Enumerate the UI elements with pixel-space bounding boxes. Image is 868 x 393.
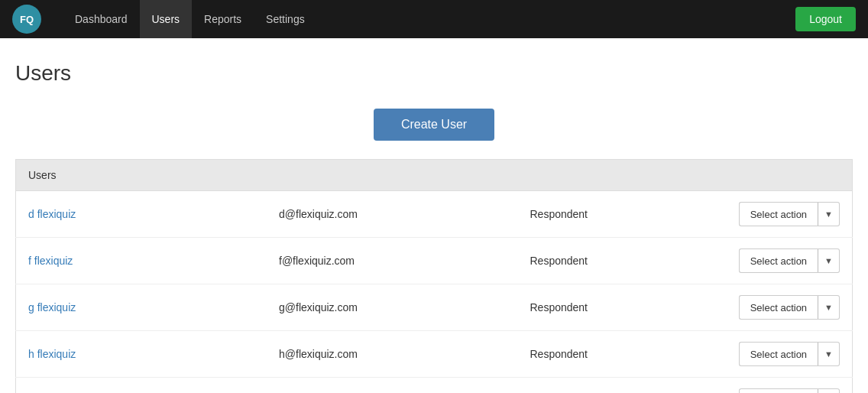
- logo-icon: FQ: [12, 5, 41, 34]
- select-action-button[interactable]: Select action: [739, 248, 818, 273]
- col-header-role: [518, 160, 685, 191]
- table-row: d flexiquizd@flexiquiz.comRespondentSele…: [16, 191, 853, 238]
- select-action-dropdown-icon[interactable]: ▼: [818, 248, 840, 273]
- user-action-cell: Select action▼: [685, 331, 853, 378]
- table-row: f flexiquizf@flexiquiz.comRespondentSele…: [16, 238, 853, 284]
- select-action-dropdown-icon[interactable]: ▼: [818, 295, 840, 320]
- user-role: Respondent: [518, 238, 685, 284]
- select-action-button[interactable]: Select action: [739, 295, 818, 320]
- user-role: Respondent: [518, 191, 685, 238]
- user-action-cell: Select action▼: [685, 284, 853, 331]
- nav-reports[interactable]: Reports: [192, 0, 254, 38]
- user-action-cell: Select action▼: [685, 191, 853, 238]
- user-name-link[interactable]: d flexiquiz: [28, 208, 76, 220]
- table-header-row: Users: [16, 160, 853, 191]
- user-action-cell: Select action▼: [685, 238, 853, 284]
- user-email: d@flexiquiz.com: [267, 191, 518, 238]
- user-name-link[interactable]: g flexiquiz: [28, 301, 76, 313]
- main-nav: FQ Dashboard Users Reports Settings Logo…: [0, 0, 868, 38]
- table-row: i flexiquizi@flexiquiz.comRespondentSele…: [16, 378, 853, 394]
- nav-users[interactable]: Users: [140, 0, 193, 38]
- nav-settings[interactable]: Settings: [254, 0, 317, 38]
- col-header-name: Users: [16, 160, 267, 191]
- logout-button[interactable]: Logout: [795, 7, 856, 31]
- user-name-link[interactable]: f flexiquiz: [28, 255, 73, 267]
- col-header-action: [685, 160, 853, 191]
- user-email: h@flexiquiz.com: [267, 331, 518, 378]
- user-email: f@flexiquiz.com: [267, 238, 518, 284]
- nav-dashboard[interactable]: Dashboard: [63, 0, 140, 38]
- user-action-cell: Select action▼: [685, 378, 853, 394]
- select-action-dropdown-icon[interactable]: ▼: [818, 388, 840, 393]
- create-user-button[interactable]: Create User: [374, 109, 494, 141]
- select-action-button[interactable]: Select action: [739, 342, 818, 366]
- create-user-section: Create User: [15, 109, 853, 141]
- user-email: g@flexiquiz.com: [267, 284, 518, 331]
- user-role: Respondent: [518, 284, 685, 331]
- table-row: h flexiquizh@flexiquiz.comRespondentSele…: [16, 331, 853, 378]
- select-action-button[interactable]: Select action: [739, 388, 818, 393]
- page-title: Users: [15, 61, 853, 86]
- table-row: g flexiquizg@flexiquiz.comRespondentSele…: [16, 284, 853, 331]
- col-header-email: [267, 160, 518, 191]
- select-action-button[interactable]: Select action: [739, 202, 818, 226]
- users-table: Users d flexiquizd@flexiquiz.comResponde…: [15, 159, 853, 393]
- logo: FQ: [12, 5, 44, 34]
- user-name-link[interactable]: h flexiquiz: [28, 348, 76, 360]
- user-email: i@flexiquiz.com: [267, 378, 518, 394]
- user-role: Respondent: [518, 378, 685, 394]
- main-content: Users Create User Users d flexiquizd@fle…: [0, 38, 868, 393]
- select-action-dropdown-icon[interactable]: ▼: [818, 202, 840, 226]
- select-action-dropdown-icon[interactable]: ▼: [818, 342, 840, 366]
- user-role: Respondent: [518, 331, 685, 378]
